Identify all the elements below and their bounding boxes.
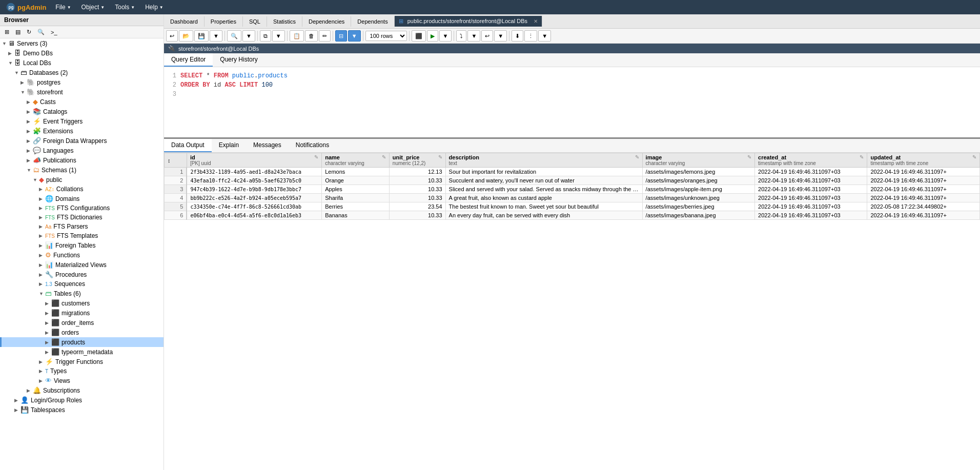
rows-select[interactable]: 100 rows 500 rows 1000 rows	[365, 31, 407, 41]
tree-arrow[interactable]: ▶	[45, 340, 51, 345]
sidebar-item-demo-dbs[interactable]: ▶ 🗄 Demo DBs	[0, 48, 164, 58]
tree-arrow[interactable]: ▶	[27, 148, 33, 153]
tree-arrow[interactable]: ▶	[39, 243, 45, 248]
tree-arrow[interactable]: ▼	[33, 177, 39, 182]
tree-arrow[interactable]: ▶	[27, 129, 33, 134]
menu-tools[interactable]: Tools ▼	[110, 2, 140, 13]
toolbar-find-dropdown[interactable]: ▼	[242, 30, 255, 42]
tab-messages[interactable]: Messages	[246, 139, 289, 152]
tab-query-history[interactable]: Query History	[213, 53, 264, 67]
tree-arrow[interactable]: ▶	[45, 311, 51, 316]
tree-arrow[interactable]: ▶	[21, 80, 27, 85]
tree-arrow[interactable]: ▶	[39, 272, 45, 277]
tree-arrow[interactable]: ▼	[27, 168, 33, 173]
tree-arrow[interactable]: ▶	[39, 369, 45, 374]
sidebar-item-schemas[interactable]: ▼ 🗂 Schemas (1)	[0, 165, 164, 175]
tree-arrow[interactable]: ▶	[45, 301, 51, 306]
tab-query[interactable]: ⊞ public.products/storefront/storefront@…	[395, 16, 542, 27]
tree-arrow[interactable]: ▶	[39, 262, 45, 268]
menu-object[interactable]: Object ▼	[76, 2, 110, 13]
tab-properties[interactable]: Properties	[205, 16, 243, 27]
tree-arrow[interactable]: ▶	[27, 99, 33, 105]
tab-dashboard[interactable]: Dashboard	[164, 16, 205, 27]
tab-sql[interactable]: SQL	[243, 16, 267, 27]
sidebar-item-types[interactable]: ▶ T Types	[0, 366, 164, 376]
toolbar-delete[interactable]: 🗑	[305, 30, 318, 42]
menu-help[interactable]: Help ▼	[140, 2, 169, 13]
sidebar-item-event-triggers[interactable]: ▶ ⚡ Event Triggers	[0, 116, 164, 126]
tree-arrow[interactable]: ▼	[8, 60, 14, 66]
tab-notifications[interactable]: Notifications	[289, 139, 336, 152]
sidebar-item-migrations[interactable]: ▶ ⬛ migrations	[0, 308, 164, 318]
sidebar-item-tablespaces[interactable]: ▶ 💾 Tablespaces	[0, 405, 164, 415]
col-edit-unit-price[interactable]: ✎	[438, 154, 442, 160]
toolbar-more-dropdown[interactable]: ▼	[538, 30, 551, 42]
tab-dependents[interactable]: Dependents	[351, 16, 394, 27]
toolbar-rollback[interactable]: ↩	[481, 30, 493, 42]
table-row[interactable]: 3 947c4b39-1622-4d7e-b9b8-9db178e3bbc7 A…	[165, 185, 980, 194]
toolbar-open-folder[interactable]: 📂	[179, 30, 193, 42]
table-row[interactable]: 6 e06bf4ba-e0c4-4d54-a5f6-e8c0d1a16eb3 B…	[165, 211, 980, 220]
sidebar-item-fts-configs[interactable]: ▶ FTS FTS Configurations	[0, 203, 164, 213]
sidebar-item-orders[interactable]: ▶ ⬛ orders	[0, 328, 164, 337]
col-edit-name[interactable]: ✎	[382, 154, 386, 160]
sidebar-item-public[interactable]: ▼ ◆ public	[0, 175, 164, 185]
sidebar-item-customers[interactable]: ▶ ⬛ customers	[0, 298, 164, 308]
tab-close-button[interactable]: ✕	[534, 18, 538, 24]
toolbar-run[interactable]: ▶	[427, 30, 438, 42]
sidebar-item-postgres[interactable]: ▶ 🐘 postgres	[0, 77, 164, 87]
table-row[interactable]: 4 bb9b222c-e526-4a2f-b924-a05eceb595a7 S…	[165, 194, 980, 202]
sidebar-item-databases[interactable]: ▼ 🗃 Databases (2)	[0, 68, 164, 77]
tree-arrow[interactable]: ▶	[27, 138, 33, 144]
tree-arrow[interactable]: ▶	[39, 215, 45, 220]
table-row[interactable]: 2 43efaa10-ffc2-4c24-a05b-5aef6237b5c0 O…	[165, 176, 980, 185]
sidebar-item-storefront[interactable]: ▼ 🐘 storefront	[0, 87, 164, 97]
toolbar-save-dropdown[interactable]: ▼	[210, 30, 222, 42]
toolbar-copy[interactable]: ⧉	[260, 30, 271, 42]
tree-arrow[interactable]: ▶	[27, 158, 33, 163]
tree-arrow[interactable]: ▼	[21, 90, 27, 95]
toolbar-commit[interactable]: ⤵	[456, 30, 466, 42]
sidebar-btn-refresh[interactable]: ↻	[24, 27, 34, 37]
toolbar-download[interactable]: ⬇	[512, 30, 523, 42]
col-edit-created-at[interactable]: ✎	[860, 154, 864, 160]
tab-data-output[interactable]: Data Output	[164, 139, 212, 152]
sidebar-item-casts[interactable]: ▶ ◆ Casts	[0, 97, 164, 107]
code-editor[interactable]: 1 SELECT * FROM public.products 2 ORDER …	[164, 67, 980, 139]
table-row[interactable]: 1 2f3b4332-1189-4a95-aed1-d8a243e7baca L…	[165, 168, 980, 176]
tree-arrow[interactable]: ▼	[14, 70, 21, 75]
sidebar-item-functions[interactable]: ▶ ⚙ Functions	[0, 250, 164, 260]
menu-file[interactable]: File ▼	[50, 2, 76, 13]
sidebar-item-fts-parsers[interactable]: ▶ Aa FTS Parsers	[0, 222, 164, 231]
toolbar-paste[interactable]: 📋	[290, 30, 304, 42]
sidebar-item-subscriptions[interactable]: ▶ 🔔 Subscriptions	[0, 385, 164, 395]
sidebar-item-order-items[interactable]: ▶ ⬛ order_items	[0, 318, 164, 328]
sidebar-item-products[interactable]: ▶ ⬛ products	[0, 337, 164, 347]
toolbar-commit-dropdown[interactable]: ▼	[467, 30, 480, 42]
tab-dependencies[interactable]: Dependencies	[302, 16, 351, 27]
tree-arrow[interactable]: ▶	[14, 398, 21, 403]
toolbar-more[interactable]: ⋮	[524, 30, 537, 42]
tab-statistics[interactable]: Statistics	[267, 16, 302, 27]
sidebar-item-languages[interactable]: ▶ 💬 Languages	[0, 146, 164, 155]
sidebar-item-local-dbs[interactable]: ▼ 🗄 Local DBs	[0, 58, 164, 68]
sidebar-item-catalogs[interactable]: ▶ 📚 Catalogs	[0, 107, 164, 116]
tree-arrow[interactable]: ▶	[39, 196, 45, 201]
tree-arrow[interactable]: ▶	[27, 119, 33, 124]
toolbar-open-file[interactable]: ↩	[166, 30, 178, 42]
tree-arrow[interactable]: ▶	[39, 206, 45, 211]
table-row[interactable]: 5 c334350e-c74e-4f7f-86c8-526661cd30ab B…	[165, 202, 980, 211]
toolbar-run-dropdown[interactable]: ▼	[439, 30, 452, 42]
sidebar-item-collations[interactable]: ▶ AZ↕ Collations	[0, 185, 164, 194]
sidebar-btn-terminal[interactable]: >_	[48, 28, 60, 37]
sidebar-item-tables[interactable]: ▼ 🗃 Tables (6)	[0, 289, 164, 298]
sidebar-item-sequences[interactable]: ▶ 1.3 Sequences	[0, 279, 164, 289]
sidebar-btn-grid[interactable]: ⊞	[2, 27, 12, 37]
toolbar-filter[interactable]: ⊟	[335, 30, 347, 42]
sidebar-item-login-roles[interactable]: ▶ 👤 Login/Group Roles	[0, 395, 164, 405]
sidebar-item-typeorm[interactable]: ▶ ⬛ typeorm_metadata	[0, 347, 164, 357]
col-edit-image[interactable]: ✎	[747, 154, 751, 160]
sidebar-item-materialized-views[interactable]: ▶ 📊 Materialized Views	[0, 260, 164, 270]
sidebar-item-foreign-data-wrappers[interactable]: ▶ 🔗 Foreign Data Wrappers	[0, 136, 164, 146]
tab-explain[interactable]: Explain	[212, 139, 246, 152]
